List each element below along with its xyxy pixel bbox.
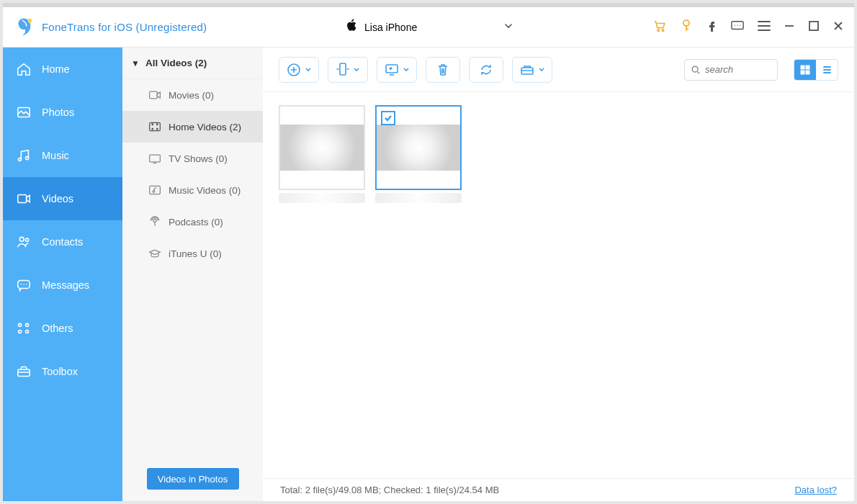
to-device-button[interactable]: [328, 57, 368, 83]
data-lost-link[interactable]: Data lost?: [794, 485, 837, 495]
sidebar-item-videos[interactable]: Videos: [3, 177, 122, 220]
category-header-label: All Videos (2): [145, 58, 207, 68]
video-thumbnail[interactable]: [279, 105, 365, 203]
category-panel: ▼ All Videos (2) Movies (0) Home Videos …: [122, 48, 263, 501]
svg-rect-33: [801, 66, 804, 69]
svg-rect-17: [18, 369, 30, 376]
app-logo: [13, 17, 35, 38]
menu-icon[interactable]: [758, 20, 771, 35]
refresh-button[interactable]: [469, 57, 503, 83]
svg-point-27: [153, 219, 156, 222]
svg-point-10: [19, 237, 24, 241]
svg-point-32: [692, 66, 698, 72]
sidebar-item-label: Videos: [42, 193, 73, 204]
sidebar-item-home[interactable]: Home: [3, 48, 122, 91]
sidebar-item-label: Contacts: [42, 236, 83, 248]
svg-point-13: [18, 323, 21, 326]
category-itunes-u[interactable]: iTunes U (0): [122, 238, 263, 269]
category-label: Movies (0): [169, 90, 214, 101]
search-box[interactable]: [684, 59, 778, 81]
sidebar-item-label: Toolbox: [42, 366, 78, 377]
svg-point-20: [152, 124, 153, 125]
close-button[interactable]: [833, 20, 844, 35]
svg-point-15: [26, 323, 29, 326]
category-home-videos[interactable]: Home Videos (2): [122, 111, 263, 143]
device-name: Lisa iPhone: [364, 22, 417, 33]
add-button[interactable]: [279, 57, 319, 83]
sidebar-item-contacts[interactable]: Contacts: [3, 220, 122, 264]
svg-point-8: [26, 157, 29, 160]
videos-in-photos-button[interactable]: Videos in Photos: [147, 468, 239, 490]
svg-point-3: [683, 20, 689, 26]
search-icon: [691, 65, 701, 75]
svg-rect-5: [809, 22, 818, 30]
cart-icon[interactable]: [652, 19, 667, 36]
thumbnail-caption: [375, 193, 462, 203]
triangle-down-icon: ▼: [131, 58, 140, 68]
grid-view-button[interactable]: [794, 60, 816, 80]
key-icon[interactable]: [680, 19, 693, 36]
svg-point-21: [152, 128, 153, 130]
sidebar-item-photos[interactable]: Photos: [3, 91, 122, 134]
app-title: FoneTrans for iOS (Unregistered): [42, 21, 207, 33]
view-toggle: [794, 59, 838, 81]
sidebar-item-others[interactable]: Others: [3, 307, 122, 350]
category-music-videos[interactable]: Music Videos (0): [122, 174, 263, 206]
svg-rect-19: [150, 122, 161, 130]
svg-rect-25: [150, 186, 161, 194]
to-pc-button[interactable]: [377, 57, 417, 83]
svg-point-0: [28, 18, 32, 22]
list-view-button[interactable]: [816, 60, 838, 80]
svg-point-7: [18, 158, 21, 161]
svg-point-26: [153, 191, 155, 193]
sidebar-item-label: Others: [42, 323, 73, 334]
facebook-icon[interactable]: [706, 19, 717, 36]
svg-rect-36: [806, 71, 809, 74]
svg-rect-9: [18, 195, 27, 203]
svg-rect-35: [801, 71, 804, 74]
sidebar-item-music[interactable]: Music: [3, 134, 122, 177]
sidebar-item-toolbox[interactable]: Toolbox: [3, 350, 122, 393]
sidebar-item-label: Photos: [42, 107, 74, 118]
svg-rect-34: [806, 66, 809, 69]
thumbnail-caption: [279, 193, 365, 203]
svg-point-16: [26, 330, 29, 333]
maximize-button[interactable]: [808, 20, 820, 35]
check-icon: [381, 111, 395, 125]
thumbnail-grid: [263, 92, 854, 216]
apple-icon: [346, 19, 357, 35]
svg-rect-24: [150, 155, 161, 162]
category-label: Home Videos (2): [169, 122, 241, 132]
device-selector[interactable]: Lisa iPhone: [337, 14, 522, 40]
svg-rect-18: [150, 91, 158, 99]
svg-point-14: [18, 330, 21, 333]
svg-point-23: [156, 128, 158, 130]
category-label: TV Shows (0): [169, 153, 228, 164]
search-input[interactable]: [705, 64, 770, 75]
minimize-button[interactable]: [784, 20, 795, 35]
category-label: Podcasts (0): [169, 217, 223, 228]
video-thumbnail[interactable]: [375, 105, 462, 203]
open-folder-button[interactable]: [512, 57, 552, 83]
sidebar: Home Photos Music Videos Contacts Messag…: [3, 48, 122, 501]
category-movies[interactable]: Movies (0): [122, 79, 263, 111]
sidebar-item-messages[interactable]: Messages: [3, 264, 122, 307]
status-text: Total: 2 file(s)/49.08 MB; Checked: 1 fi…: [280, 485, 499, 495]
sidebar-item-label: Music: [42, 150, 69, 161]
toolbar: [263, 48, 854, 92]
svg-point-11: [25, 238, 28, 241]
svg-rect-29: [340, 63, 346, 75]
svg-point-1: [658, 30, 660, 32]
svg-point-2: [662, 30, 664, 32]
svg-point-22: [156, 124, 158, 125]
category-label: Music Videos (0): [169, 185, 241, 196]
category-header[interactable]: ▼ All Videos (2): [122, 48, 263, 79]
feedback-icon[interactable]: [730, 19, 745, 35]
category-podcasts[interactable]: Podcasts (0): [122, 206, 263, 238]
category-label: iTunes U (0): [169, 248, 222, 259]
sidebar-item-label: Messages: [42, 279, 89, 291]
status-bar: Total: 2 file(s)/49.08 MB; Checked: 1 fi…: [263, 478, 854, 501]
category-tv-shows[interactable]: TV Shows (0): [122, 143, 263, 174]
sidebar-item-label: Home: [42, 63, 70, 75]
delete-button[interactable]: [426, 57, 460, 83]
